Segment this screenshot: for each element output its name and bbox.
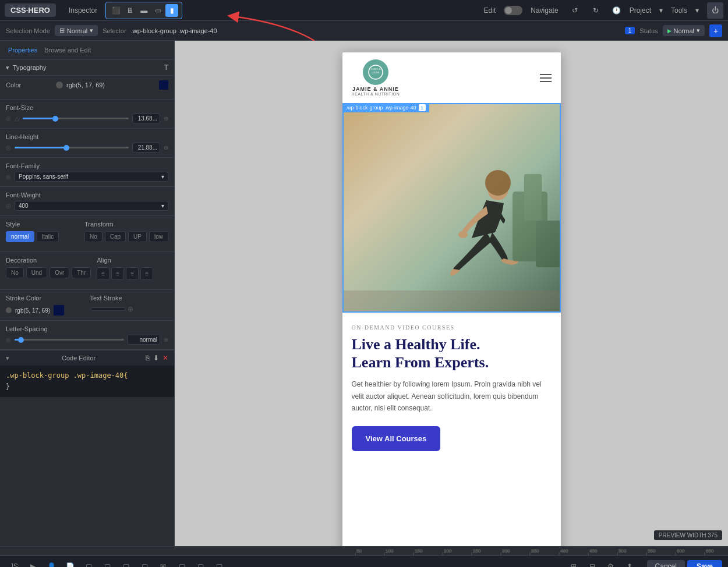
- transform-no[interactable]: No: [84, 231, 103, 242]
- code-actions: ⎘ ⬇ ✕: [146, 354, 168, 362]
- history-button[interactable]: 🕐: [609, 2, 625, 19]
- code-selector-line: .wp-block-group .wp-image-40{: [6, 371, 128, 380]
- lineheight-input[interactable]: 21.88...: [132, 143, 160, 153]
- code-delete-button[interactable]: ✕: [162, 354, 168, 362]
- svg-text:650: 650: [706, 548, 714, 554]
- tab-properties[interactable]: Properties: [6, 45, 40, 55]
- fontfamily-dropdown[interactable]: Poppins, sans-serif ▾: [15, 172, 168, 182]
- headline-line2: Learn From Experts.: [352, 354, 489, 371]
- code-editor-body[interactable]: .wp-block-group .wp-image-40{ }: [0, 366, 174, 397]
- fontweight-value: 400: [19, 203, 29, 209]
- selector-label: Selector: [103, 27, 126, 34]
- hamburger-menu[interactable]: [540, 74, 552, 82]
- undo-button[interactable]: ↺: [567, 2, 583, 19]
- js-toggle[interactable]: JS: [6, 558, 22, 568]
- deco-strikethrough[interactable]: Thr: [72, 267, 91, 278]
- svg-text:ANNIE: ANNIE: [371, 71, 379, 74]
- code-copy-button[interactable]: ⎘: [146, 354, 150, 362]
- align-right[interactable]: ≡: [126, 267, 139, 280]
- stack-icon[interactable]: ⊟: [584, 558, 600, 568]
- typography-collapse[interactable]: ▾: [6, 64, 9, 72]
- device-desktop[interactable]: 🖥: [123, 4, 136, 17]
- lineheight-slider[interactable]: [15, 147, 129, 148]
- letterspacing-slider[interactable]: [15, 339, 124, 341]
- status-mode-dropdown[interactable]: ▶ Normal ▾: [663, 25, 705, 36]
- content-section: ON-DEMAND VIDEO COURSES Live a Healthy L…: [342, 313, 561, 463]
- deco-overline[interactable]: Ovr: [50, 267, 69, 278]
- color-section: Color rgb(5, 17, 69): [0, 76, 174, 100]
- fontweight-dropdown[interactable]: 400 ▾: [15, 201, 168, 211]
- transform-cap[interactable]: Cap: [105, 231, 126, 242]
- color-value: rgb(5, 17, 69): [66, 81, 105, 88]
- status-badge: 1: [625, 27, 635, 34]
- square-icon-4[interactable]: ▢: [136, 558, 153, 568]
- stroke-color-swatch[interactable]: [54, 305, 64, 316]
- color-swatch[interactable]: [159, 80, 168, 90]
- square-icon-5[interactable]: ▢: [174, 558, 190, 568]
- share-icon[interactable]: ⬆: [621, 558, 638, 568]
- edit-toggle[interactable]: [504, 6, 522, 15]
- letterspacing-label: Letter-Spacing: [6, 325, 52, 332]
- device-mobile-landscape[interactable]: ▭: [151, 4, 164, 17]
- tab-browse[interactable]: Browse and Edit: [42, 45, 93, 55]
- deco-no[interactable]: No: [6, 267, 24, 278]
- logo-circle: JAMIE & ANNIE: [363, 59, 388, 85]
- cta-button[interactable]: View All Courses: [352, 426, 441, 451]
- canvas-area: JAMIE & ANNIE JAMIE & ANNIE HEALTH & NUT…: [175, 41, 728, 546]
- redo-button[interactable]: ↻: [588, 2, 604, 19]
- fontsize-slider[interactable]: [23, 118, 129, 119]
- align-center[interactable]: ≡: [111, 267, 124, 280]
- video-icon[interactable]: ▶: [24, 558, 41, 568]
- device-tablet[interactable]: ▬: [137, 4, 150, 17]
- site-header: JAMIE & ANNIE JAMIE & ANNIE HEALTH & NUT…: [342, 52, 561, 103]
- square-icon-2[interactable]: ▢: [99, 558, 115, 568]
- person-icon[interactable]: 👤: [43, 558, 59, 568]
- device-desktop-large[interactable]: ⬛: [109, 4, 122, 17]
- square-icon-3[interactable]: ▢: [118, 558, 134, 568]
- settings-icon[interactable]: ⚙: [603, 558, 619, 568]
- canvas-container: JAMIE & ANNIE JAMIE & ANNIE HEALTH & NUT…: [342, 52, 561, 546]
- device-mobile[interactable]: ▮: [165, 4, 178, 17]
- fontsize-input[interactable]: 13.68...: [132, 114, 160, 123]
- code-download-button[interactable]: ⬇: [153, 354, 159, 362]
- align-left[interactable]: ≡: [97, 267, 109, 280]
- page-icon[interactable]: 📄: [62, 558, 78, 568]
- mode-value: Normal: [67, 27, 87, 34]
- project-menu[interactable]: Project: [630, 6, 651, 15]
- svg-rect-8: [524, 174, 542, 221]
- color-indicator: [56, 81, 63, 88]
- svg-text:250: 250: [473, 548, 481, 554]
- ruler-svg: 50 100 150 200 250 300 350 400 450 500 5…: [0, 547, 728, 555]
- style-normal[interactable]: normal: [6, 231, 34, 242]
- save-button[interactable]: Save: [687, 560, 722, 568]
- deco-underline[interactable]: Und: [26, 267, 47, 278]
- svg-point-6: [458, 231, 468, 238]
- square-icon-7[interactable]: ▢: [211, 558, 227, 568]
- navigate-button[interactable]: Navigate: [527, 5, 561, 16]
- code-editor-title: Code Editor: [62, 355, 96, 362]
- selected-element-wrapper: .wp-block-group .wp-image-40 1: [342, 103, 561, 313]
- fontweight-section: Font-Weight ◎ 400 ▾: [0, 187, 174, 216]
- square-icon-6[interactable]: ▢: [192, 558, 208, 568]
- style-italic[interactable]: Italic: [37, 231, 59, 242]
- mode-icon: ⊞: [59, 27, 65, 34]
- cancel-button[interactable]: Cancel: [647, 560, 685, 568]
- add-button[interactable]: +: [709, 24, 722, 37]
- eyebrow-text: ON-DEMAND VIDEO COURSES: [352, 324, 552, 331]
- email-icon[interactable]: ✉: [155, 558, 171, 568]
- logo-text: JAMIE & ANNIE: [352, 86, 399, 92]
- edit-button[interactable]: Edit: [480, 5, 500, 16]
- power-button[interactable]: ⏻: [707, 2, 723, 19]
- sidebar-tabs: Properties Browse and Edit: [6, 45, 93, 55]
- square-icon-1[interactable]: ▢: [80, 558, 97, 568]
- transform-low[interactable]: low: [149, 231, 168, 242]
- selection-mode-dropdown[interactable]: ⊞ Normal ▾: [55, 25, 98, 36]
- hero-svg: [344, 104, 561, 313]
- transform-up[interactable]: UP: [128, 231, 147, 242]
- align-justify[interactable]: ≡: [140, 267, 153, 280]
- fontfamily-label: Font-Family: [6, 162, 52, 169]
- letterspacing-input[interactable]: normal: [128, 335, 160, 345]
- layout-icon[interactable]: ⊞: [566, 558, 582, 568]
- tools-menu[interactable]: Tools: [671, 6, 687, 15]
- text-stroke-input[interactable]: [90, 307, 125, 311]
